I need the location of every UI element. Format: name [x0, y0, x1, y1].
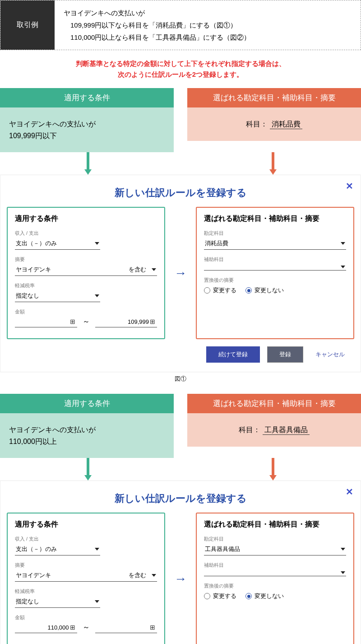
arrow-down-icon: [268, 458, 278, 481]
result-header: 選ばれる勘定科目・補助科目・摘要: [187, 394, 361, 413]
svg-marker-7: [269, 475, 277, 481]
calculator-icon[interactable]: ⊞: [149, 318, 156, 325]
io-select[interactable]: 支出（－）のみ: [15, 543, 100, 555]
chevron-down-icon: [341, 571, 345, 574]
arrow-down-icon: [268, 152, 278, 175]
continue-register-button[interactable]: 続けて登録: [206, 346, 260, 363]
dialog-title: 新しい仕訳ルールを登録する: [7, 180, 354, 207]
figure-caption-1: 図①: [0, 372, 361, 394]
arrows-1: [0, 152, 361, 175]
desc-input[interactable]: ヤヨイデンキを含む: [15, 264, 157, 276]
result-header: 選ばれる勘定科目・補助科目・摘要: [187, 88, 361, 107]
chevron-down-icon: [95, 294, 99, 297]
condition-panel: 適用する条件 収入 / 支出 支出（－）のみ 摘要 ヤヨイデンキを含む 軽減税率…: [7, 207, 165, 339]
register-button[interactable]: 登録: [267, 346, 303, 363]
example-box: 取引例 ヤヨイデンキへの支払いが 109,999円以下なら科目を「消耗品費」にす…: [0, 0, 361, 50]
radio-change[interactable]: 変更する: [204, 592, 236, 600]
sub-select[interactable]: [204, 569, 346, 576]
svg-marker-5: [84, 475, 92, 481]
condition-header: 適用する条件: [0, 88, 174, 107]
chevron-down-icon: [95, 600, 99, 603]
radio-nochange[interactable]: 変更しない: [245, 286, 284, 294]
result-panel: 選ばれる勘定科目・補助科目・摘要 勘定科目 工具器具備品 補助科目 置換後の摘要…: [196, 513, 354, 644]
dialog-1: ✕ 新しい仕訳ルールを登録する 適用する条件 収入 / 支出 支出（－）のみ 摘…: [0, 175, 361, 372]
arrow-right-icon: →: [171, 513, 190, 644]
summary-row-2: 適用する条件 ヤヨイデンキへの支払いが 110,000円以上 選ばれる勘定科目・…: [0, 394, 361, 458]
account-select[interactable]: 工具器具備品: [204, 543, 346, 555]
amount-to-input[interactable]: 109,999⊞: [95, 316, 157, 327]
tax-select[interactable]: 指定なし: [15, 596, 100, 608]
radio-nochange[interactable]: 変更しない: [245, 592, 284, 600]
arrow-down-icon: [83, 152, 93, 175]
io-select[interactable]: 支出（－）のみ: [15, 238, 100, 250]
radio-change[interactable]: 変更する: [204, 286, 236, 294]
condition-header: 適用する条件: [0, 394, 174, 413]
account-select[interactable]: 消耗品費: [204, 238, 346, 250]
dialog-title: 新しい仕訳ルールを登録する: [7, 485, 354, 513]
amount-from-input[interactable]: 110,000⊞: [15, 622, 77, 633]
result-body: 科目： 消耗品費: [187, 107, 361, 141]
chevron-down-icon: [152, 574, 156, 577]
chevron-down-icon: [341, 266, 345, 268]
calculator-icon[interactable]: ⊞: [69, 318, 76, 325]
condition-panel: 適用する条件 収入 / 支出 支出（－）のみ 摘要 ヤヨイデンキを含む 軽減税率…: [7, 513, 165, 644]
chevron-down-icon: [152, 268, 156, 271]
condition-body: ヤヨイデンキへの支払いが 110,000円以上: [0, 413, 174, 458]
amount-to-input[interactable]: ⊞: [95, 622, 157, 633]
summary-row-1: 適用する条件 ヤヨイデンキへの支払いが 109,999円以下 選ばれる勘定科目・…: [0, 88, 361, 152]
desc-input[interactable]: ヤヨイデンキを含む: [15, 569, 157, 582]
calculator-icon[interactable]: ⊞: [69, 624, 76, 631]
chevron-down-icon: [341, 242, 345, 245]
dialog-2: ✕ 新しい仕訳ルールを登録する 適用する条件 収入 / 支出 支出（－）のみ 摘…: [0, 481, 361, 644]
sub-select[interactable]: [204, 264, 346, 271]
condition-body: ヤヨイデンキへの支払いが 109,999円以下: [0, 107, 174, 152]
tax-select[interactable]: 指定なし: [15, 290, 100, 302]
example-label: 取引例: [0, 0, 55, 50]
result-body: 科目： 工具器具備品: [187, 413, 361, 447]
example-text: ヤヨイデンキへの支払いが 109,999円以下なら科目を「消耗品費」にする（図①…: [55, 0, 361, 50]
chevron-down-icon: [95, 548, 99, 551]
arrows-2: [0, 458, 361, 481]
calculator-icon[interactable]: ⊞: [149, 624, 156, 631]
close-icon[interactable]: ✕: [346, 486, 353, 497]
result-panel: 選ばれる勘定科目・補助科目・摘要 勘定科目 消耗品費 補助科目 置換後の摘要 変…: [196, 207, 354, 339]
svg-marker-3: [269, 169, 277, 175]
close-icon[interactable]: ✕: [346, 181, 353, 191]
cancel-button[interactable]: キャンセル: [310, 346, 350, 363]
warning-text: 判断基準となる特定の金額に対して上下をそれぞれ指定する場合は、 次のように仕訳ル…: [0, 50, 361, 88]
chevron-down-icon: [95, 242, 99, 245]
amount-from-input[interactable]: ⊞: [15, 316, 77, 327]
chevron-down-icon: [341, 548, 345, 551]
arrow-right-icon: →: [171, 207, 190, 339]
svg-marker-1: [84, 169, 92, 175]
arrow-down-icon: [83, 458, 93, 481]
